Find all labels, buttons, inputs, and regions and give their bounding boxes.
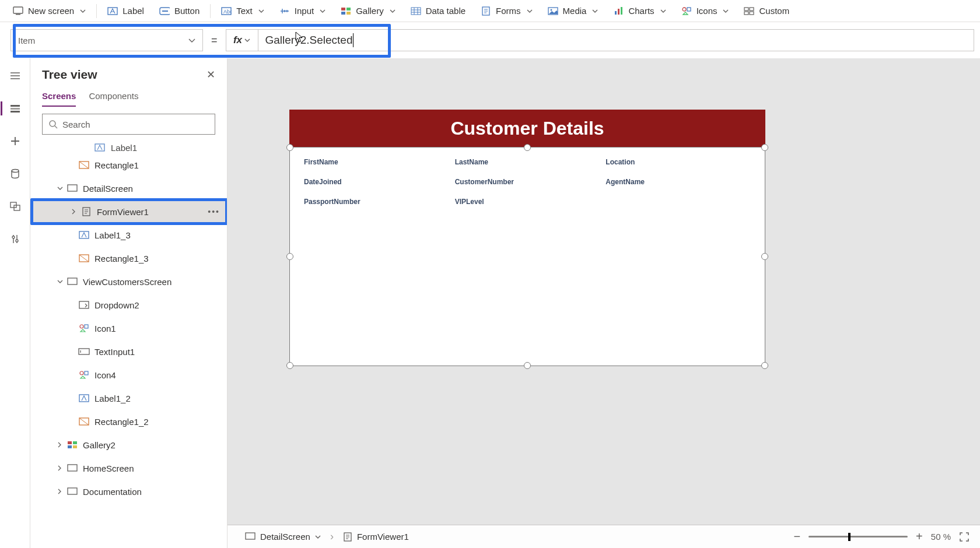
tree-item-label1_2[interactable]: Label1_2	[30, 387, 227, 410]
search-input[interactable]: Search	[42, 114, 215, 135]
zoom-out-button[interactable]: −	[793, 530, 800, 543]
tree-item-label: Label1_2	[94, 394, 131, 403]
tree-item-viewcustomersscreen[interactable]: ViewCustomersScreen	[30, 270, 227, 293]
new-screen-button[interactable]: New screen	[6, 3, 93, 19]
form-field-viplevel[interactable]: VIPLevel	[455, 198, 600, 206]
design-surface[interactable]: Customer Details FirstNameLastNameLocati…	[289, 110, 765, 366]
zoom-thumb[interactable]	[848, 533, 850, 541]
tree-item-cutoff[interactable]: Label1	[30, 142, 227, 153]
charts-button[interactable]: Charts	[606, 3, 673, 19]
custom-icon	[744, 6, 754, 16]
svg-text:Abc: Abc	[223, 9, 232, 15]
hamburger-button[interactable]	[6, 66, 24, 85]
more-icon[interactable]: •••	[208, 207, 220, 216]
tree-item-rectangle1_2[interactable]: Rectangle1_2	[30, 410, 227, 433]
advanced-button[interactable]	[6, 230, 24, 248]
tree-item-icon1[interactable]: Icon1	[30, 317, 227, 340]
rect-icon	[78, 416, 90, 427]
tree-item-gallery2[interactable]: Gallery2	[30, 433, 227, 456]
text-button[interactable]: Abc Text	[214, 3, 271, 19]
input-icon	[279, 6, 290, 16]
form-field-datejoined[interactable]: DateJoined	[304, 178, 449, 186]
formula-bar-row: Item = fx Gallery2.Selected	[0, 22, 980, 58]
tree-item-textinput1[interactable]: TextInput1	[30, 340, 227, 363]
media-nav-button[interactable]	[6, 197, 24, 216]
formula-input[interactable]: Gallery2.Selected	[258, 29, 974, 51]
breadcrumb-screen[interactable]: DetailScreen	[238, 529, 328, 544]
tree-item-formviewer1[interactable]: FormViewer1•••	[30, 200, 227, 223]
screen-icon	[66, 462, 78, 474]
resize-handle[interactable]	[524, 362, 531, 369]
tree-item-homescreen[interactable]: HomeScreen	[30, 456, 227, 480]
gallery-button[interactable]: Gallery	[334, 3, 402, 19]
tree-item-label: Rectangle1_2	[94, 417, 149, 427]
fx-button[interactable]: fx	[226, 29, 258, 51]
breadcrumb-control[interactable]: FormViewer1	[336, 529, 416, 544]
insert-button[interactable]	[6, 132, 24, 150]
svg-point-27	[12, 170, 19, 173]
resize-handle[interactable]	[286, 144, 293, 151]
search-icon	[48, 120, 58, 129]
svg-rect-50	[68, 445, 72, 448]
svg-rect-21	[750, 8, 754, 10]
resize-handle[interactable]	[761, 144, 768, 151]
resize-handle[interactable]	[761, 362, 768, 369]
input-button[interactable]: Input	[272, 3, 332, 19]
chevron-icon	[57, 465, 66, 471]
form-viewer-selection[interactable]: FirstNameLastNameLocationDateJoinedCusto…	[289, 147, 765, 366]
tab-components[interactable]: Components	[89, 91, 138, 107]
chevron-down-icon	[188, 38, 195, 43]
resize-handle[interactable]	[524, 144, 531, 151]
chevron-down-icon	[527, 9, 533, 13]
zoom-slider[interactable]	[808, 536, 908, 538]
form-icon	[343, 532, 352, 542]
resize-handle[interactable]	[286, 362, 293, 369]
chevron-right-icon: ›	[328, 531, 336, 543]
resize-handle[interactable]	[286, 253, 293, 260]
tree-item-icon4[interactable]: Icon4	[30, 363, 227, 387]
form-field-customernumber[interactable]: CustomerNumber	[455, 178, 600, 186]
tree-item-rectangle1_3[interactable]: Rectangle1_3	[30, 247, 227, 270]
tab-screens[interactable]: Screens	[42, 91, 76, 107]
svg-rect-9	[341, 12, 345, 15]
svg-rect-39	[68, 278, 77, 284]
data-button[interactable]	[6, 164, 24, 183]
form-field-passportnumber[interactable]: PassportNumber	[304, 198, 449, 206]
tree-item-label: ViewCustomersScreen	[83, 277, 172, 287]
rect-icon	[78, 159, 90, 171]
new-screen-label: New screen	[28, 6, 74, 16]
tree-view-button[interactable]	[6, 99, 24, 118]
label-button[interactable]: Label	[100, 3, 151, 19]
tree-item-rectangle1[interactable]: Rectangle1	[30, 153, 227, 177]
tree-item-detailscreen[interactable]: DetailScreen	[30, 177, 227, 200]
datatable-button[interactable]: Data table	[404, 3, 473, 19]
tree-item-dropdown2[interactable]: Dropdown2	[30, 293, 227, 317]
svg-rect-49	[73, 441, 77, 444]
tree-item-label1_3[interactable]: Label1_3	[30, 223, 227, 247]
button-button[interactable]: Button	[152, 3, 206, 19]
close-icon[interactable]: ✕	[206, 68, 215, 81]
custom-button[interactable]: Custom	[737, 3, 796, 19]
form-field-lastname[interactable]: LastName	[455, 158, 600, 166]
zoom-in-button[interactable]: +	[916, 530, 923, 543]
resize-handle[interactable]	[761, 253, 768, 260]
chevron-down-icon	[320, 9, 326, 13]
chevron-icon	[57, 186, 66, 191]
forms-button[interactable]: Forms	[474, 3, 540, 19]
icons-button[interactable]: Icons	[674, 3, 736, 19]
chevron-icon	[57, 489, 66, 494]
svg-rect-24	[10, 105, 20, 107]
property-dropdown[interactable]: Item	[10, 29, 203, 51]
tree-view-panel: Tree view ✕ Screens Components Search La…	[30, 58, 228, 548]
canvas-scroll[interactable]: Customer Details FirstNameLastNameLocati…	[228, 58, 980, 525]
label-btn-label: Label	[123, 6, 144, 16]
svg-point-41	[80, 325, 83, 328]
form-field-location[interactable]: Location	[606, 158, 751, 166]
fit-screen-icon[interactable]	[959, 532, 970, 542]
svg-rect-51	[73, 445, 77, 448]
tree-list[interactable]: Label1 Rectangle1DetailScreenFormViewer1…	[30, 142, 227, 548]
form-field-agentname[interactable]: AgentName	[606, 178, 751, 186]
media-button[interactable]: Media	[541, 3, 606, 19]
form-field-firstname[interactable]: FirstName	[304, 158, 449, 166]
tree-item-documentation[interactable]: Documentation	[30, 480, 227, 503]
